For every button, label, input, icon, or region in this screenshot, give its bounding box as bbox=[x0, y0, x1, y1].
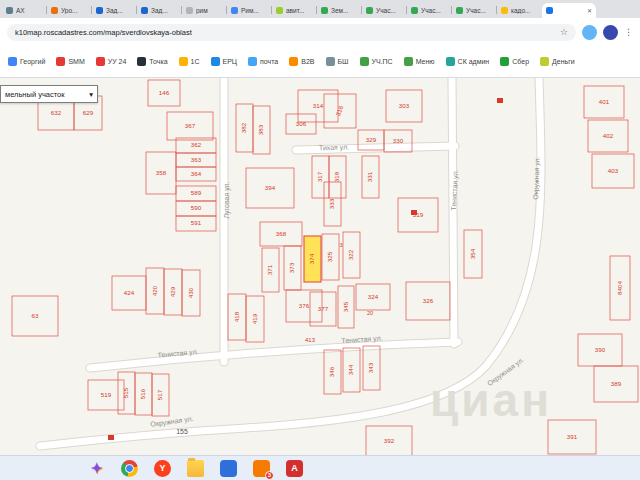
tab-close-icon[interactable]: ✕ bbox=[587, 7, 592, 14]
parcel-number: 515 bbox=[122, 387, 129, 398]
bookmark-item[interactable]: Точка bbox=[137, 57, 167, 66]
browser-tab[interactable]: AX bbox=[2, 3, 47, 18]
browser-tab[interactable]: авит... bbox=[272, 3, 317, 18]
bookmark-item[interactable]: Меню bbox=[404, 57, 435, 66]
address-bar: k10map.roscadastres.com/map/sverdlovskay… bbox=[0, 18, 640, 46]
bookmark-favicon bbox=[289, 57, 298, 66]
bookmark-favicon bbox=[96, 57, 105, 66]
browser-tab[interactable]: Рим... bbox=[227, 3, 272, 18]
street-label: 155 bbox=[176, 428, 188, 435]
folder-icon[interactable] bbox=[187, 460, 204, 477]
bookmark-item[interactable]: почта bbox=[248, 57, 278, 66]
browser-tab[interactable]: Зад... bbox=[137, 3, 182, 18]
browser-tab[interactable]: Учас... bbox=[407, 3, 452, 18]
building-icon bbox=[497, 98, 503, 103]
parcel-number: 377 bbox=[318, 305, 329, 312]
building-icon bbox=[108, 435, 114, 440]
bookmark-item[interactable]: СК админ bbox=[446, 57, 490, 66]
parcel-number: 429 bbox=[169, 286, 176, 297]
parcel-number: 367 bbox=[185, 122, 196, 129]
bookmark-item[interactable]: ЕРЦ bbox=[211, 57, 238, 66]
bookmark-item[interactable]: SMM bbox=[56, 57, 84, 66]
parcel-number: 391 bbox=[567, 433, 578, 440]
browser-tab[interactable]: Зад... bbox=[92, 3, 137, 18]
security-app-icon[interactable]: 3 bbox=[253, 460, 270, 477]
browser-tab[interactable]: Уро... bbox=[47, 3, 92, 18]
tab-favicon bbox=[321, 7, 328, 14]
copilot-icon[interactable]: ✦ bbox=[88, 460, 105, 477]
menu-dots-icon[interactable]: ⋮ bbox=[624, 27, 633, 37]
parcel-number: 413 bbox=[305, 337, 316, 343]
browser-tab[interactable]: рим bbox=[182, 3, 227, 18]
parcel-number: 392 bbox=[384, 437, 395, 444]
taskbar: ✦Y3A bbox=[0, 455, 640, 480]
bookmark-star-icon[interactable]: ☆ bbox=[560, 27, 568, 37]
tab-favicon bbox=[6, 7, 13, 14]
parcel-number: 346 bbox=[328, 366, 335, 377]
parcel-number: 333 bbox=[328, 198, 335, 209]
yandex-browser-icon[interactable]: Y bbox=[154, 460, 171, 477]
tab-favicon bbox=[411, 7, 418, 14]
bookmark-label: почта bbox=[260, 58, 278, 65]
bookmark-favicon bbox=[500, 57, 509, 66]
parcel-number: 389 bbox=[611, 380, 622, 387]
tab-label: Учас... bbox=[376, 7, 403, 14]
cadastral-map[interactable]: 6326291463673623633643585895905916342442… bbox=[0, 78, 640, 455]
parcel-number: 401 bbox=[599, 98, 610, 105]
parcel-number: 373 bbox=[288, 262, 295, 273]
parcel-number: 303 bbox=[399, 102, 410, 109]
browser-tab[interactable]: ✕ bbox=[542, 3, 596, 18]
bookmark-item[interactable]: B2B bbox=[289, 57, 314, 66]
tab-favicon bbox=[366, 7, 373, 14]
chevron-down-icon: ▾ bbox=[89, 90, 93, 99]
parcel-number: 424 bbox=[124, 289, 135, 296]
parcel-number: 324 bbox=[368, 293, 379, 300]
extension-icon[interactable] bbox=[582, 25, 597, 40]
url-text: k10map.roscadastres.com/map/sverdlovskay… bbox=[15, 28, 555, 37]
bookmark-item[interactable]: Георгий bbox=[8, 57, 45, 66]
parcel-number: 591 bbox=[191, 219, 202, 226]
browser-tab[interactable]: Зем... bbox=[317, 3, 362, 18]
parcel-number: 368 bbox=[276, 230, 287, 237]
building-icon bbox=[411, 210, 417, 215]
map-area[interactable]: 6326291463673623633643585895905916342442… bbox=[0, 78, 640, 455]
bookmark-favicon bbox=[179, 57, 188, 66]
bookmark-item[interactable]: БШ bbox=[326, 57, 349, 66]
tab-label: Уро... bbox=[61, 7, 88, 14]
parcel-number: 358 bbox=[156, 169, 167, 176]
tab-favicon bbox=[96, 7, 103, 14]
bookmark-favicon bbox=[326, 57, 335, 66]
parcel-number: 430 bbox=[187, 287, 194, 298]
parcel-number: 516 bbox=[139, 388, 146, 399]
bookmark-item[interactable]: Сбер bbox=[500, 57, 529, 66]
bookmark-item[interactable]: Деньги bbox=[540, 57, 575, 66]
browser-tab[interactable]: кадо... bbox=[497, 3, 542, 18]
bookmark-item[interactable]: УЧ.ПС bbox=[360, 57, 393, 66]
bookmark-item[interactable]: 1С bbox=[179, 57, 200, 66]
browser-tab[interactable]: Учас... bbox=[362, 3, 407, 18]
profile-avatar[interactable] bbox=[603, 25, 618, 40]
url-field[interactable]: k10map.roscadastres.com/map/sverdlovskay… bbox=[7, 24, 576, 41]
bookmark-item[interactable]: УУ 24 bbox=[96, 57, 127, 66]
cian-watermark: циан bbox=[430, 374, 552, 426]
browser-tab[interactable]: Учас... bbox=[452, 3, 497, 18]
chrome-icon[interactable] bbox=[121, 460, 138, 477]
parcel-number: 344 bbox=[347, 364, 354, 375]
tab-label: кадо... bbox=[511, 7, 538, 14]
parcel-number: 589 bbox=[191, 189, 202, 196]
object-type-dropdown[interactable]: мельный участок ▾ bbox=[0, 85, 98, 103]
parcel-number: 390 bbox=[595, 346, 606, 353]
dropdown-value: мельный участок bbox=[5, 90, 65, 99]
bookmark-label: БШ bbox=[338, 58, 349, 65]
parcel-number: 383 bbox=[257, 124, 264, 135]
acrobat-icon[interactable]: A bbox=[286, 460, 303, 477]
parcel-number: 418 bbox=[233, 311, 240, 322]
bookmark-favicon bbox=[248, 57, 257, 66]
parcel-number: 364 bbox=[191, 170, 202, 177]
bookmark-label: B2B bbox=[301, 58, 314, 65]
tab-favicon bbox=[186, 7, 193, 14]
tab-favicon bbox=[546, 7, 553, 14]
bookmark-label: Меню bbox=[416, 58, 435, 65]
app-blue-icon[interactable] bbox=[220, 460, 237, 477]
parcel-number: 420 bbox=[151, 285, 158, 296]
